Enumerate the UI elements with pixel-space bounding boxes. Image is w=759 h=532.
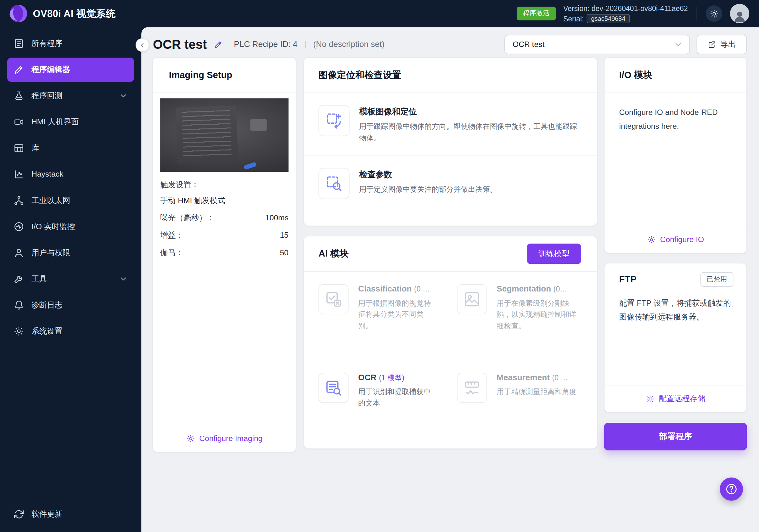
- io-module-card: I/O 模块 Configure IO and Node-RED integra…: [604, 57, 747, 253]
- sidebar-item-industrial-ethernet[interactable]: 工业以太网: [7, 188, 134, 213]
- sidebar-item-library[interactable]: 库: [7, 136, 134, 160]
- ai-modules-grid: Classification(0 … 用于根据图像的视觉特征将其分类为不同类别。…: [304, 272, 597, 448]
- status-badge: 程序激活: [517, 7, 555, 20]
- sidebar-nav-list: 所有程序 程序编辑器 程序回测 HMI 人机界面 库 Hays: [0, 27, 141, 343]
- sidebar-item-label: 工业以太网: [31, 195, 70, 206]
- ai-module-name: Classification: [358, 284, 412, 293]
- ftp-card: FTP 已禁用 配置 FTP 设置，将捕获或触发的图像传输到远程服务器。 配置远…: [604, 263, 747, 412]
- ai-module-desc: 用于精确测量距离和角度: [497, 386, 577, 397]
- segmentation-icon: [457, 284, 487, 314]
- gain-label: 增益：: [160, 230, 183, 240]
- sidebar-item-io-monitor[interactable]: I/O 实时监控: [7, 214, 134, 239]
- sidebar-item-haystack[interactable]: Haystack: [7, 162, 134, 186]
- person-icon: [732, 9, 747, 23]
- app-logo: [9, 4, 27, 23]
- inspection-params-item[interactable]: 检查参数 用于定义图像中要关注的部分并做出决策。: [304, 155, 597, 211]
- sidebar-item-users-permissions[interactable]: 用户与权限: [7, 241, 134, 265]
- sidebar-item-tools[interactable]: 工具: [7, 267, 134, 291]
- sidebar-item-label: 库: [31, 143, 39, 153]
- sidebar-item-program-backtest[interactable]: 程序回测: [7, 84, 134, 108]
- ai-module-count: (1 模型): [379, 373, 404, 381]
- sidebar-item-hmi[interactable]: HMI 人机界面: [7, 110, 134, 134]
- export-button[interactable]: 导出: [697, 35, 747, 55]
- sidebar-item-system-settings[interactable]: 系统设置: [7, 319, 134, 344]
- imaging-setup-card: Imaging Setup 触发设置： 手动 HMI 触发模式 曝光（毫秒）：1…: [153, 57, 297, 452]
- topbar: OV80i AI 视觉系统 程序激活 Version: dev-20260401…: [0, 0, 759, 27]
- topbar-divider: [697, 7, 697, 20]
- serial-value: gsac549684: [587, 14, 630, 23]
- inspection-card-title: 图像定位和检查设置: [318, 69, 401, 81]
- sidebar-item-all-programs[interactable]: 所有程序: [7, 31, 134, 56]
- sidebar-item-label: 所有程序: [31, 38, 62, 49]
- ai-module-name: OCR: [358, 373, 376, 382]
- gear-icon: [646, 394, 655, 403]
- page-title: OCR test: [153, 37, 207, 52]
- app-title: OV80i AI 视觉系统: [33, 7, 116, 20]
- inspection-params-icon: [318, 168, 349, 199]
- gamma-value: 50: [280, 248, 288, 257]
- export-icon: [708, 40, 716, 49]
- io-card-body: Configure IO and Node-RED integrations h…: [605, 93, 746, 134]
- camera-preview-image: [160, 98, 289, 172]
- sidebar-item-program-editor[interactable]: 程序编辑器: [7, 58, 134, 82]
- template-positioning-item[interactable]: 模板图像和定位 用于跟踪图像中物体的方向。即使物体在图像中旋转，工具也能跟踪物体…: [304, 93, 597, 155]
- user-avatar[interactable]: [730, 4, 749, 23]
- ftp-card-body: 配置 FTP 设置，将捕获或触发的图像传输到远程服务器。: [605, 295, 746, 324]
- ai-module-desc: 用于在像素级别分割缺陷，以实现精确控制和详细检查。: [497, 297, 579, 331]
- gear-icon: [186, 434, 195, 443]
- configure-imaging-label: Configure Imaging: [199, 434, 262, 443]
- ai-module-count: (0 …: [552, 373, 568, 381]
- train-model-button[interactable]: 训练模型: [527, 244, 581, 264]
- video-camera-icon: [14, 117, 24, 128]
- ai-module-desc: 用于根据图像的视觉特征将其分类为不同类别。: [358, 297, 436, 331]
- app-window: OV80i AI 视觉系统 程序激活 Version: dev-20260401…: [0, 0, 759, 532]
- ai-module-name: Measurement: [497, 373, 550, 382]
- ai-module-count: (0…: [553, 285, 567, 293]
- ai-module-classification[interactable]: Classification(0 … 用于根据图像的视觉特征将其分类为不同类别。: [304, 272, 446, 360]
- inspection-settings-card: 图像定位和检查设置 模板图像和定位 用于跟踪图像中物体的方向。即使物体在图像中旋…: [303, 57, 597, 226]
- configure-remote-storage-link[interactable]: 配置远程存储: [605, 385, 746, 412]
- network-icon: [14, 195, 24, 206]
- edit-pencil-icon[interactable]: [214, 40, 223, 49]
- sidebar-item-label: Haystack: [31, 170, 63, 179]
- help-button[interactable]: [720, 477, 743, 501]
- sidebar-collapse-button[interactable]: [136, 38, 149, 52]
- recipe-select[interactable]: OCR test: [504, 35, 690, 55]
- deploy-program-button[interactable]: 部署程序: [604, 423, 747, 450]
- sidebar-item-label: 系统设置: [31, 326, 62, 336]
- configure-io-label: Configure IO: [660, 235, 704, 244]
- chevron-down-icon: [674, 40, 683, 49]
- ftp-disabled-badge: 已禁用: [700, 272, 734, 287]
- ai-module-ocr[interactable]: OCR(1 模型) 用于识别和提取捕获中的文本: [304, 360, 446, 449]
- ai-modules-card: AI 模块 训练模型 Classification(0 … 用于根据图像的视觉特…: [303, 236, 597, 449]
- configure-imaging-link[interactable]: Configure Imaging: [153, 425, 296, 452]
- gain-value: 15: [280, 231, 288, 240]
- ocr-icon: [318, 373, 348, 403]
- sidebar-item-label: 工具: [31, 274, 47, 284]
- template-positioning-title: 模板图像和定位: [359, 106, 578, 117]
- ftp-card-title: FTP: [619, 274, 636, 285]
- theme-toggle-button[interactable]: [706, 5, 722, 22]
- sidebar-item-label: 软件更新: [31, 509, 62, 519]
- ai-module-measurement[interactable]: Measurement(0 … 用于精确测量距离和角度: [446, 360, 597, 449]
- user-icon: [14, 247, 24, 258]
- configure-io-link[interactable]: Configure IO: [605, 226, 746, 253]
- ai-module-count: (0 …: [414, 285, 430, 293]
- sidebar-item-label: 用户与权限: [31, 248, 70, 258]
- gear-icon: [647, 235, 656, 244]
- exposure-label: 曝光（毫秒）：: [160, 213, 214, 223]
- recipe-select-value: OCR test: [513, 40, 544, 49]
- imaging-card-title: Imaging Setup: [169, 70, 232, 81]
- version-text: Version: dev-20260401-ov80i-411ae62: [563, 4, 688, 12]
- alarm-bell-icon: [14, 300, 24, 310]
- library-grid-icon: [14, 143, 24, 154]
- sidebar-item-diagnostic-logs[interactable]: 诊断日志: [7, 293, 134, 317]
- sidebar-item-label: 程序编辑器: [31, 64, 70, 75]
- ai-card-title: AI 模块: [318, 247, 349, 260]
- ai-module-segmentation[interactable]: Segmentation(0… 用于在像素级别分割缺陷，以实现精确控制和详细检查…: [446, 272, 597, 360]
- sidebar: 所有程序 程序编辑器 程序回测 HMI 人机界面 库 Hays: [0, 27, 141, 532]
- sun-icon: [710, 10, 718, 18]
- sidebar-item-software-update[interactable]: 软件更新: [7, 502, 134, 526]
- gamma-label: 伽马：: [160, 248, 183, 258]
- io-monitor-icon: [14, 221, 24, 232]
